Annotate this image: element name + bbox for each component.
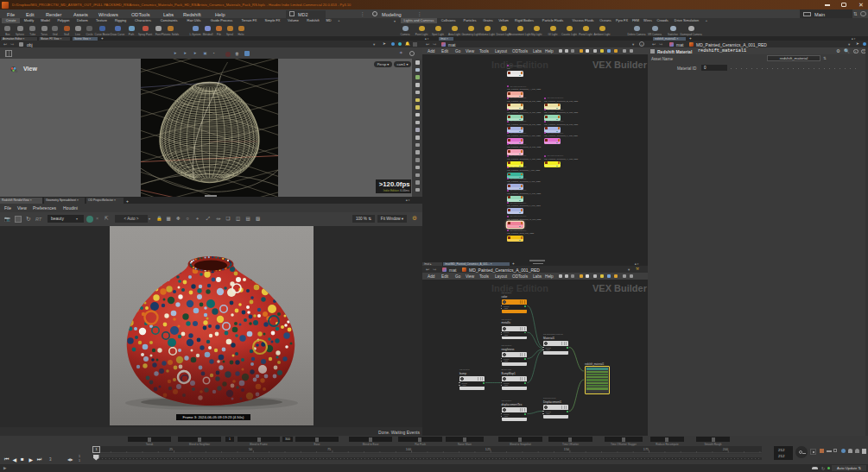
svg-text:25: 25 — [169, 448, 173, 451]
svg-text:200: 200 — [723, 448, 728, 451]
svg-text:50: 50 — [249, 448, 252, 451]
svg-text:150: 150 — [564, 448, 569, 451]
svg-text:125: 125 — [485, 448, 491, 451]
svg-text:Frame 3: 2024-06-05 09:19:23: Frame 3: 2024-06-05 09:19:23 (4.50s) — [183, 415, 245, 419]
svg-text:75: 75 — [327, 448, 331, 451]
svg-text:175: 175 — [643, 448, 649, 451]
svg-text:100: 100 — [406, 448, 411, 451]
